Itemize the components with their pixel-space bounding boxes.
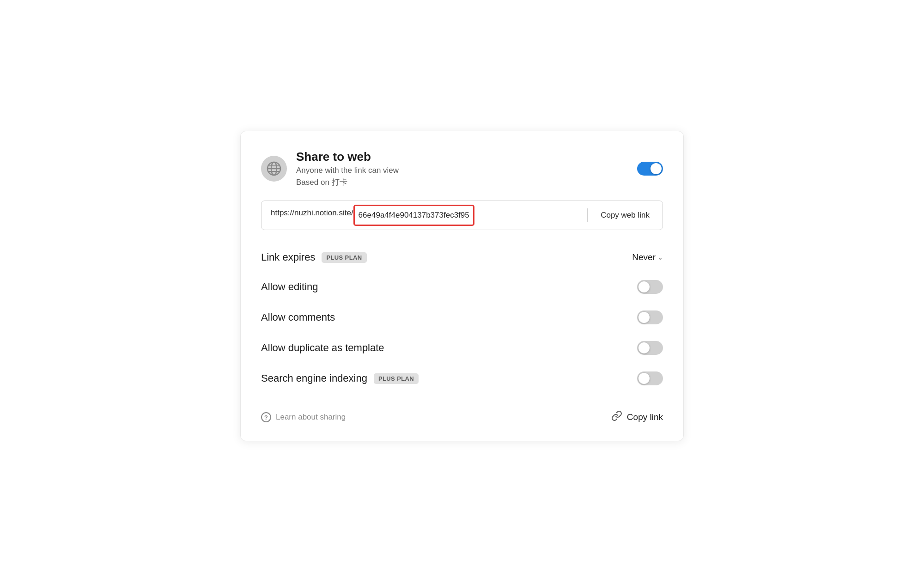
learn-label: Learn about sharing [276,413,346,422]
header-text: Share to web Anyone with the link can vi… [296,150,399,188]
url-container: https://nuzhi.notion.site/ 66e49a4f4e904… [261,201,587,230]
option-allow-duplicate: Allow duplicate as template [261,333,663,363]
share-panel: Share to web Anyone with the link can vi… [240,131,684,441]
option-allow-editing: Allow editing [261,272,663,302]
allow-duplicate-label: Allow duplicate as template [261,342,384,354]
allow-comments-toggle[interactable] [637,310,663,324]
search-engine-badge: PLUS PLAN [374,373,419,384]
share-to-web-toggle[interactable] [637,162,663,176]
copy-link-label: Copy link [627,412,663,422]
share-subtitle: Anyone with the link can view [296,166,399,175]
share-sub2: Based on 打卡 [296,177,399,188]
link-expires-label: Link expires PLUS PLAN [261,251,367,263]
copy-link-button[interactable]: Copy link [611,410,663,424]
toggle-thumb [638,373,650,384]
question-icon: ? [261,412,271,422]
allow-duplicate-toggle[interactable] [637,341,663,355]
toggle-thumb [638,342,650,353]
chevron-down-icon: ⌄ [657,254,663,261]
url-part-highlighted: 66e49a4f4e904137b373fec3f95 [353,205,474,226]
link-icon [611,410,622,424]
toggle-thumb [638,281,650,292]
allow-comments-label: Allow comments [261,311,335,323]
option-search-engine: Search engine indexing PLUS PLAN [261,363,663,394]
link-expires-badge: PLUS PLAN [322,252,366,263]
url-part-normal: https://nuzhi.notion.site/ [261,201,353,230]
option-link-expires: Link expires PLUS PLAN Never ⌄ [261,243,663,272]
header-left: Share to web Anyone with the link can vi… [261,150,399,188]
options-list: Link expires PLUS PLAN Never ⌄ Allow edi… [261,243,663,394]
search-engine-toggle[interactable] [637,371,663,385]
url-row: https://nuzhi.notion.site/ 66e49a4f4e904… [261,201,663,230]
copy-web-link-button[interactable]: Copy web link [588,203,663,227]
learn-about-sharing-link[interactable]: ? Learn about sharing [261,412,346,422]
panel-footer: ? Learn about sharing Copy link [261,407,663,424]
toggle-thumb [638,312,650,323]
share-title: Share to web [296,150,399,164]
allow-editing-label: Allow editing [261,281,318,293]
option-allow-comments: Allow comments [261,302,663,333]
link-expires-value[interactable]: Never ⌄ [632,252,663,262]
allow-editing-toggle[interactable] [637,280,663,294]
search-engine-label: Search engine indexing PLUS PLAN [261,372,419,384]
panel-header: Share to web Anyone with the link can vi… [261,150,663,188]
globe-icon [261,156,287,182]
toggle-thumb [650,163,662,174]
